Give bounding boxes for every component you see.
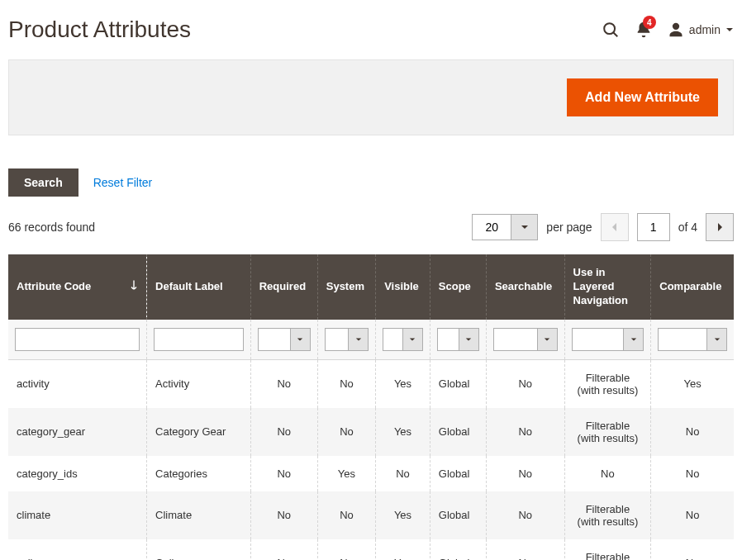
cell-visible: No xyxy=(376,456,430,491)
col-header-visible[interactable]: Visible xyxy=(376,254,430,320)
filter-searchable-dropdown[interactable] xyxy=(538,328,558,351)
chevron-down-icon xyxy=(409,336,416,343)
search-icon[interactable] xyxy=(602,21,620,39)
filter-system-dropdown[interactable] xyxy=(349,328,369,351)
filter-row xyxy=(8,320,734,360)
table-row[interactable]: climate Climate No No Yes Global No Filt… xyxy=(8,491,734,539)
filter-visible[interactable] xyxy=(383,328,403,351)
cell-visible: Yes xyxy=(376,491,430,539)
cell-scope: Global xyxy=(430,359,486,408)
filter-layered[interactable] xyxy=(572,328,625,351)
cell-code: activity xyxy=(8,359,147,408)
cell-system: No xyxy=(317,408,375,456)
cell-comparable: No xyxy=(651,456,734,491)
cell-code: collar xyxy=(8,539,147,560)
filter-visible-dropdown[interactable] xyxy=(403,328,423,351)
filter-required[interactable] xyxy=(258,328,291,351)
chevron-down-icon xyxy=(714,336,721,343)
filter-scope[interactable] xyxy=(437,328,459,351)
cell-layered: Filterable (with results) xyxy=(564,359,651,408)
per-page-dropdown-button[interactable] xyxy=(511,214,538,240)
chevron-right-icon xyxy=(716,222,724,232)
add-new-attribute-button[interactable]: Add New Attribute xyxy=(567,78,718,116)
chevron-down-icon xyxy=(521,223,529,231)
filter-comparable-dropdown[interactable] xyxy=(707,328,727,351)
chevron-down-icon xyxy=(297,336,303,343)
reset-filter-link[interactable]: Reset Filter xyxy=(93,176,153,189)
col-header-required[interactable]: Required xyxy=(250,254,317,320)
cell-comparable: Yes xyxy=(651,359,734,408)
page-title: Product Attributes xyxy=(8,17,191,43)
cell-code: climate xyxy=(8,491,147,539)
cell-system: No xyxy=(317,539,375,560)
attributes-table: Attribute Code Default Label Required Sy… xyxy=(8,254,734,560)
search-button[interactable]: Search xyxy=(8,168,78,197)
cell-scope: Global xyxy=(430,408,486,456)
filter-scope-dropdown[interactable] xyxy=(459,328,479,351)
cell-scope: Global xyxy=(430,491,486,539)
col-header-default-label[interactable]: Default Label xyxy=(147,254,251,320)
cell-searchable: No xyxy=(486,456,564,491)
filter-required-dropdown[interactable] xyxy=(291,328,311,351)
cell-comparable: No xyxy=(651,539,734,560)
cell-scope: Global xyxy=(430,539,486,560)
cell-layered: Filterable (with results) xyxy=(564,539,651,560)
cell-required: No xyxy=(250,456,317,491)
per-page-label: per page xyxy=(546,221,592,234)
cell-label: Collar xyxy=(147,539,251,560)
cell-searchable: No xyxy=(486,539,564,560)
col-header-layered[interactable]: Use in Layered Navigation xyxy=(564,254,651,320)
col-header-searchable[interactable]: Searchable xyxy=(486,254,564,320)
filter-searchable[interactable] xyxy=(493,328,538,351)
filter-layered-dropdown[interactable] xyxy=(624,328,644,351)
cell-required: No xyxy=(250,491,317,539)
cell-label: Categories xyxy=(147,456,251,491)
cell-searchable: No xyxy=(486,491,564,539)
cell-visible: Yes xyxy=(376,539,430,560)
notifications-icon[interactable]: 4 xyxy=(635,21,653,39)
cell-code: category_gear xyxy=(8,408,147,456)
admin-user-menu[interactable]: admin xyxy=(668,21,734,38)
sort-arrow-down-icon xyxy=(130,280,138,294)
cell-required: No xyxy=(250,408,317,456)
pager-bar: 66 records found per page of 4 xyxy=(0,208,742,254)
pager-next-button[interactable] xyxy=(706,213,734,241)
cell-comparable: No xyxy=(651,408,734,456)
table-row[interactable]: category_gear Category Gear No No Yes Gl… xyxy=(8,408,734,456)
cell-label: Climate xyxy=(147,491,251,539)
filter-default-label[interactable] xyxy=(154,328,244,351)
filter-comparable[interactable] xyxy=(658,328,707,351)
admin-user-label: admin xyxy=(689,23,721,36)
cell-system: No xyxy=(317,491,375,539)
cell-visible: Yes xyxy=(376,359,430,408)
cell-searchable: No xyxy=(486,408,564,456)
pager-current-input[interactable] xyxy=(637,213,670,241)
cell-required: No xyxy=(250,359,317,408)
filter-system[interactable] xyxy=(325,328,349,351)
col-header-comparable[interactable]: Comparable xyxy=(651,254,734,320)
cell-searchable: No xyxy=(486,359,564,408)
per-page-input[interactable] xyxy=(472,214,511,240)
cell-required: No xyxy=(250,539,317,560)
table-header-row: Attribute Code Default Label Required Sy… xyxy=(8,254,734,320)
cell-layered: No xyxy=(564,456,651,491)
pager-total: of 4 xyxy=(678,221,697,234)
cell-comparable: No xyxy=(651,491,734,539)
filter-attribute-code[interactable] xyxy=(15,328,140,351)
chevron-down-icon xyxy=(355,336,362,343)
table-row[interactable]: category_ids Categories No Yes No Global… xyxy=(8,456,734,491)
cell-layered: Filterable (with results) xyxy=(564,491,651,539)
chevron-down-icon xyxy=(630,336,637,343)
chevron-down-icon xyxy=(725,26,734,34)
notification-badge: 4 xyxy=(643,16,656,29)
chevron-left-icon xyxy=(611,222,619,232)
col-header-attribute-code[interactable]: Attribute Code xyxy=(8,254,147,320)
col-header-system[interactable]: System xyxy=(317,254,375,320)
action-bar: Add New Attribute xyxy=(8,59,734,135)
pager-prev-button[interactable] xyxy=(601,213,629,241)
col-header-scope[interactable]: Scope xyxy=(430,254,486,320)
svg-line-1 xyxy=(613,32,617,36)
table-row[interactable]: activity Activity No No Yes Global No Fi… xyxy=(8,359,734,408)
table-row[interactable]: collar Collar No No Yes Global No Filter… xyxy=(8,539,734,560)
records-count: 66 records found xyxy=(8,221,95,234)
